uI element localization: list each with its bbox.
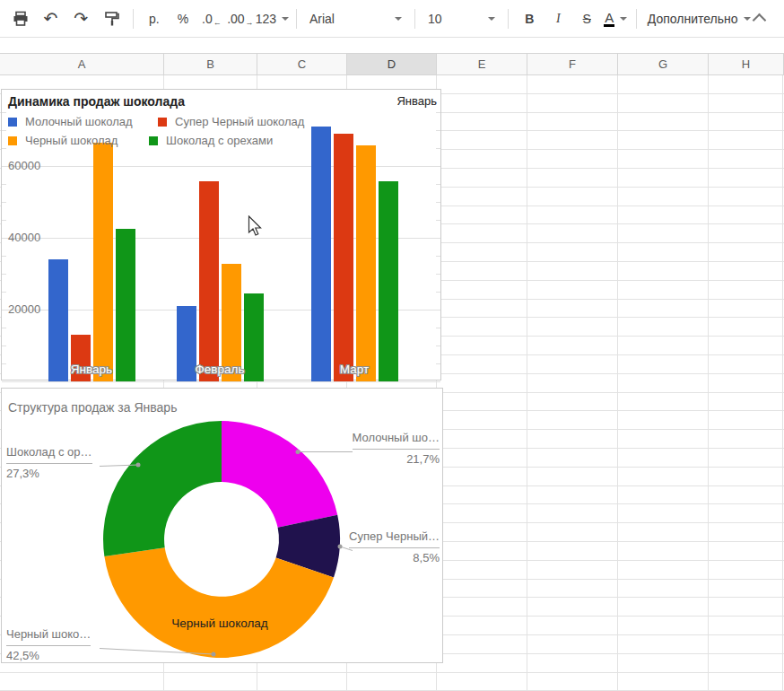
column-header-H[interactable]: H (709, 54, 784, 74)
minor-tick (436, 363, 440, 364)
chevron-down-icon (620, 17, 627, 21)
legend-label: Шоколад с орехами (166, 134, 273, 147)
format-percent-button[interactable]: % (170, 5, 196, 32)
legend-item[interactable]: Молочный шоколад (8, 115, 133, 128)
toolbar-separator (508, 9, 509, 29)
legend-item[interactable]: Шоколад с орехами (149, 134, 273, 147)
increase-decimal-arrow-icon: → (246, 18, 254, 27)
format-currency-button[interactable]: р. (141, 5, 168, 32)
minor-tick (436, 274, 440, 275)
decrease-decimal-button[interactable]: .0 ← (198, 5, 225, 32)
y-axis-tick-label: 60000 (8, 159, 40, 172)
chevron-down-icon (744, 17, 751, 21)
legend-item[interactable]: Супер Черный шоколад (158, 115, 304, 128)
pie-label-dark: Черный шоко… 42,5% (6, 627, 91, 663)
print-button[interactable] (6, 5, 35, 32)
paint-format-button[interactable] (97, 5, 126, 32)
chevron-down-icon (488, 17, 495, 21)
legend-swatch (8, 136, 17, 145)
font-size-value: 10 (428, 12, 442, 26)
text-color-button[interactable]: A (602, 5, 629, 32)
y-axis-tick-label: 40000 (8, 231, 40, 244)
bar-Черный шоколад-Январь[interactable] (93, 143, 113, 381)
minor-tick (2, 220, 6, 221)
decrease-decimal-icon: .0 (202, 12, 213, 26)
column-header-D[interactable]: D (347, 54, 437, 74)
redo-button[interactable]: ↷ (66, 5, 95, 32)
legend-label: Молочный шоколад (25, 115, 133, 128)
bar-chart-corner-label: Январь (396, 94, 437, 108)
minor-tick (2, 328, 6, 328)
bar-Молочный шоколад-Март[interactable] (311, 127, 331, 381)
redo-icon: ↷ (74, 10, 88, 27)
x-axis-label-Февраль: Февраль (196, 363, 245, 376)
column-header-G[interactable]: G (618, 54, 709, 74)
column-header-E[interactable]: E (437, 54, 527, 74)
donut-chart[interactable]: Структура продаж за Январь Молочный шо… … (1, 388, 443, 663)
bar-Шоколад с орехами-Февраль[interactable] (244, 293, 264, 381)
percent-icon: % (178, 12, 188, 26)
font-size-select[interactable]: 10 (422, 5, 501, 32)
bar-Молочный шоколад-Январь[interactable] (48, 259, 68, 381)
minor-tick (2, 202, 6, 203)
font-family-select[interactable]: Arial (304, 5, 407, 32)
column-header-F[interactable]: F (527, 54, 618, 74)
mouse-cursor-icon (248, 215, 264, 237)
grid-column-line (527, 75, 527, 691)
bar-Шоколад с орехами-Март[interactable] (379, 181, 398, 381)
increase-decimal-button[interactable]: .00 → (227, 5, 254, 32)
pie-label-name: Черный шоко… (6, 627, 91, 646)
pie-label-percent: 21,7% (353, 450, 440, 467)
print-icon (13, 11, 29, 27)
bar-chart-title: Динамика продаж шоколада (8, 94, 185, 109)
bar-Супер Черный шоколад-Март[interactable] (334, 134, 353, 381)
minor-tick (2, 292, 6, 293)
minor-tick (436, 220, 440, 221)
column-header-A[interactable]: A (0, 54, 164, 74)
bold-button[interactable]: B (516, 5, 543, 32)
y-axis-tick-label: 20000 (8, 302, 40, 316)
font-family-value: Arial (309, 12, 335, 26)
bar-Молочный шоколад-Февраль[interactable] (177, 306, 196, 381)
grid-column-line (708, 75, 709, 691)
pie-inside-label: Черный шоколад (171, 617, 267, 630)
toolbar-separator (133, 9, 134, 29)
legend-item[interactable]: Черный шоколад (8, 134, 118, 147)
pie-label-name: Шоколад с ор… (6, 445, 92, 464)
grid-line (2, 381, 440, 382)
column-header-B[interactable]: B (164, 54, 257, 74)
text-color-icon: A (604, 11, 614, 27)
minor-tick (2, 363, 6, 364)
minor-tick (2, 256, 6, 257)
legend-label: Супер Черный шоколад (175, 115, 304, 128)
minor-tick (2, 184, 6, 185)
pie-label-percent: 27,3% (6, 464, 92, 481)
number-format-button[interactable]: 123 (256, 5, 289, 32)
minor-tick (436, 202, 440, 203)
legend-swatch (8, 118, 17, 127)
minor-tick (436, 256, 440, 257)
bar-Шоколад с орехами-Январь[interactable] (116, 229, 135, 381)
bar-Черный шоколад-Март[interactable] (356, 145, 376, 381)
bar-Супер Черный шоколад-Февраль[interactable] (199, 181, 219, 381)
strikethrough-button[interactable]: S (573, 5, 600, 32)
strikethrough-icon: S (583, 12, 591, 26)
spreadsheet-app: { "toolbar": { "undo_glyph": "↶", "redo_… (0, 0, 784, 691)
more-button[interactable]: Дополнительно (644, 5, 754, 32)
italic-button[interactable]: I (544, 5, 571, 32)
x-axis-label-Январь: Январь (71, 363, 112, 376)
collapse-toolbar-icon[interactable] (753, 13, 767, 28)
toolbar: ↶ ↷ р. % .0 ← .00 → 123 Arial 10 B (0, 0, 784, 38)
bar-chart[interactable]: 600004000020000ЯнварьФевральМарт Динамик… (1, 89, 441, 380)
column-headers: ABCDEFGH (0, 53, 784, 75)
column-header-C[interactable]: C (257, 54, 347, 74)
minor-tick (436, 328, 440, 328)
grid-column-line (782, 75, 783, 691)
bold-icon: B (525, 12, 534, 26)
paint-format-icon (103, 11, 119, 27)
pie-label-milk: Молочный шо… 21,7% (353, 431, 440, 467)
toolbar-separator (414, 9, 415, 29)
bar-chart-legend: Молочный шоколадСупер Черный шоколадЧерн… (2, 113, 440, 153)
undo-button[interactable]: ↶ (37, 5, 65, 32)
minor-tick (2, 274, 6, 275)
